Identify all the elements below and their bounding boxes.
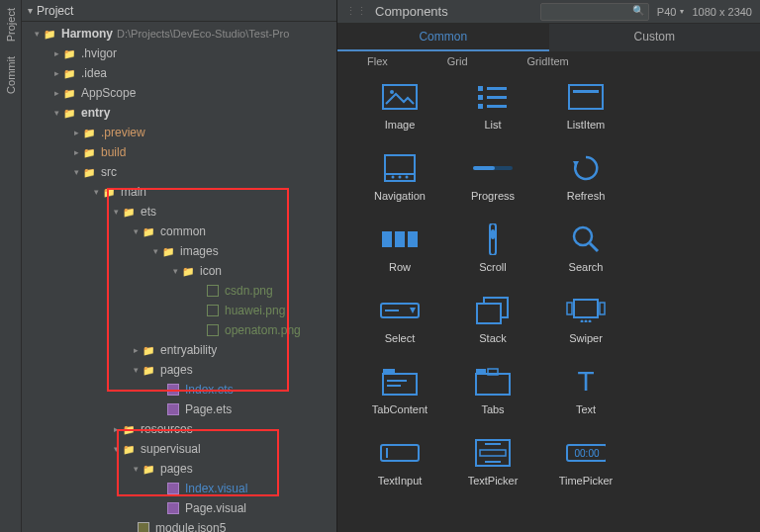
component-search-input[interactable]	[540, 3, 649, 21]
tab-custom[interactable]: Custom	[549, 24, 761, 51]
subtab-flex[interactable]: Flex	[367, 55, 388, 67]
device-selector[interactable]: P40▾	[657, 6, 685, 18]
tree-file-csdn[interactable]: ▸csdn.png	[22, 281, 336, 301]
component-timepicker[interactable]: 00:00TimePicker	[551, 437, 620, 487]
svg-rect-8	[569, 85, 603, 109]
svg-line-24	[590, 243, 598, 251]
grip-icon[interactable]: ⋮⋮	[345, 5, 367, 18]
component-search[interactable]: Search	[551, 223, 620, 273]
tab-common[interactable]: Common	[337, 24, 549, 51]
svg-rect-32	[600, 303, 605, 314]
svg-rect-4	[478, 95, 483, 100]
tree-file-indexets[interactable]: ▸Index.ets	[22, 380, 336, 399]
tree-file-pagevisual[interactable]: ▸Page.visual	[22, 498, 336, 518]
svg-rect-20	[408, 231, 418, 247]
svg-rect-40	[476, 374, 510, 395]
component-textpicker[interactable]: TextPicker	[458, 437, 527, 487]
svg-marker-26	[410, 308, 416, 313]
tree-folder-resources[interactable]: ▸📁resources	[22, 419, 336, 439]
component-image[interactable]: Image	[365, 81, 434, 131]
component-swiper[interactable]: Swiper	[551, 295, 620, 344]
svg-text:00:00: 00:00	[574, 448, 599, 459]
project-tree-panel: ▾ Project ▾📁 Harmony D:\Projects\DevEco-…	[22, 0, 336, 532]
svg-text:T: T	[577, 367, 594, 397]
svg-rect-22	[491, 229, 495, 239]
tree-header: ▾ Project	[22, 0, 336, 22]
tab-commit[interactable]: Commit	[5, 56, 17, 94]
tree-file-huawei[interactable]: ▸huawei.png	[22, 301, 336, 320]
tree-folder-common[interactable]: ▾📁common	[22, 222, 336, 241]
svg-point-23	[574, 227, 592, 245]
tree-folder-images[interactable]: ▾📁images	[22, 241, 336, 261]
component-navigation[interactable]: Navigation	[365, 152, 434, 202]
svg-rect-18	[382, 231, 392, 247]
svg-rect-16	[473, 166, 495, 170]
component-textinput[interactable]: TextInput	[365, 437, 434, 487]
tree-folder-main[interactable]: ▾📁main	[22, 182, 336, 202]
component-refresh[interactable]: Refresh	[551, 152, 620, 202]
svg-rect-6	[478, 104, 483, 109]
tree-folder-pages[interactable]: ▾📁pages	[22, 360, 336, 380]
svg-rect-9	[573, 90, 599, 93]
panel-title: Components	[375, 4, 448, 19]
component-scroll[interactable]: Scroll	[458, 223, 527, 273]
tree-file-openatom[interactable]: ▸openatom.png	[22, 320, 336, 340]
root-path: D:\Projects\DevEco-Studio\Test-Pro	[117, 28, 289, 40]
tree-settings-icon[interactable]: ▾	[28, 5, 33, 16]
left-sidebar-tabs: Project Commit	[0, 0, 22, 532]
tree-folder-src[interactable]: ▾📁src	[22, 162, 336, 182]
tree-folder-idea[interactable]: ▸📁.idea	[22, 63, 336, 83]
svg-marker-17	[573, 161, 579, 167]
tree-title: Project	[37, 4, 73, 18]
tree-folder-hvigor[interactable]: ▸📁.hvigor	[22, 44, 336, 63]
tab-project[interactable]: Project	[5, 8, 17, 42]
tree-root[interactable]: ▾📁 Harmony D:\Projects\DevEco-Studio\Tes…	[22, 24, 336, 44]
svg-rect-41	[476, 369, 486, 375]
tree-folder-entryability[interactable]: ▸📁entryability	[22, 340, 336, 360]
component-text[interactable]: TText	[551, 366, 620, 415]
svg-rect-3	[487, 87, 507, 90]
subcategory-row: Flex Grid GridItem	[337, 51, 760, 71]
tree-folder-ets[interactable]: ▾📁ets	[22, 202, 336, 222]
svg-point-1	[390, 90, 394, 94]
component-select[interactable]: Select	[365, 295, 434, 344]
tree-folder-pages2[interactable]: ▾📁pages	[22, 459, 336, 479]
subtab-griditem[interactable]: GridItem	[527, 55, 569, 67]
svg-rect-2	[478, 86, 483, 91]
tree-folder-entry[interactable]: ▾📁entry	[22, 103, 336, 123]
svg-rect-30	[574, 300, 598, 317]
tree-folder-appscope[interactable]: ▸📁AppScope	[22, 83, 336, 103]
component-tabs[interactable]: Tabs	[458, 366, 527, 415]
component-grid: Image List ListItem Navigation Progress …	[337, 71, 760, 532]
svg-rect-36	[383, 374, 417, 395]
subtab-grid[interactable]: Grid	[447, 55, 468, 67]
file-tree: ▾📁 Harmony D:\Projects\DevEco-Studio\Tes…	[22, 22, 336, 532]
svg-point-35	[589, 320, 592, 323]
svg-rect-37	[383, 369, 395, 375]
tree-folder-preview[interactable]: ▸📁.preview	[22, 123, 336, 142]
components-panel: ⋮⋮ Components P40▾ 1080 x 2340 Common Cu…	[336, 0, 760, 532]
device-resolution: 1080 x 2340	[692, 6, 752, 18]
tree-file-indexvisual[interactable]: ▸Index.visual	[22, 479, 336, 498]
component-tabcontent[interactable]: TabContent	[365, 366, 434, 415]
tree-folder-icon[interactable]: ▾📁icon	[22, 261, 336, 281]
component-row[interactable]: Row	[365, 223, 434, 273]
component-stack[interactable]: Stack	[458, 295, 527, 344]
tree-file-modulejson[interactable]: ▸module.json5	[22, 518, 336, 532]
svg-point-14	[406, 176, 409, 179]
svg-rect-38	[387, 380, 407, 382]
svg-rect-7	[487, 105, 507, 108]
component-list[interactable]: List	[458, 81, 527, 131]
svg-rect-39	[387, 385, 401, 387]
svg-point-33	[581, 320, 584, 323]
tree-folder-build[interactable]: ▸📁build	[22, 142, 336, 162]
svg-rect-48	[485, 443, 501, 445]
component-progress[interactable]: Progress	[458, 152, 527, 202]
svg-rect-47	[480, 450, 506, 456]
category-tabs: Common Custom	[337, 24, 760, 51]
svg-rect-49	[485, 461, 501, 463]
tree-file-pageets[interactable]: ▸Page.ets	[22, 399, 336, 419]
svg-point-12	[392, 176, 395, 179]
tree-folder-supervisual[interactable]: ▾📁supervisual	[22, 439, 336, 459]
component-listitem[interactable]: ListItem	[551, 81, 620, 131]
